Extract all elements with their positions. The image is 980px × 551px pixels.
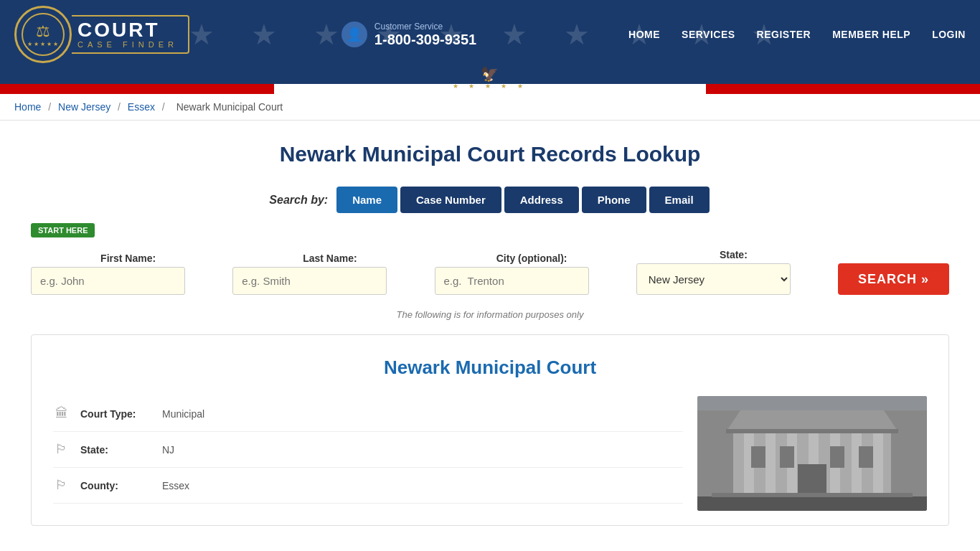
eagle-center: 🦅 ★ ★ ★ ★ ★ xyxy=(453,65,527,90)
first-name-group: First Name: xyxy=(31,253,225,295)
logo-scale-icon: ⚖ xyxy=(36,22,50,41)
search-by-row: Search by: Name Case Number Address Phon… xyxy=(31,187,949,213)
court-type-label: Court Type: xyxy=(80,408,152,420)
eagle-stars: ★ ★ ★ ★ ★ xyxy=(453,83,527,90)
first-name-input[interactable] xyxy=(31,267,185,295)
last-name-label: Last Name: xyxy=(232,253,427,264)
svg-rect-6 xyxy=(765,432,776,493)
court-card: Newark Municipal Court 🏛 Court Type: Mun… xyxy=(31,334,949,526)
breadcrumb-sep-1: / xyxy=(48,101,54,113)
logo-circle-inner: ⚖ ★★★★★ xyxy=(22,13,65,56)
logo-circle: ⚖ ★★★★★ xyxy=(14,6,72,63)
first-name-label: First Name: xyxy=(31,253,225,264)
main-content: Newark Municipal Court Records Lookup Se… xyxy=(17,121,963,540)
tab-name[interactable]: Name xyxy=(336,187,397,213)
logo-finder-text: CASE FINDER xyxy=(77,40,178,49)
court-details: 🏛 Court Type: Municipal 🏳 State: NJ 🏳 Co… xyxy=(53,396,683,511)
cs-info: Customer Service 1-800-309-9351 xyxy=(374,22,476,48)
cs-phone: 1-800-309-9351 xyxy=(374,32,476,48)
breadcrumb-sep-3: / xyxy=(162,101,168,113)
svg-rect-18 xyxy=(859,446,873,468)
breadcrumb-home[interactable]: Home xyxy=(14,101,41,113)
svg-rect-14 xyxy=(798,464,826,493)
nav-login[interactable]: LOGIN xyxy=(932,29,966,40)
svg-rect-1 xyxy=(697,496,927,511)
site-header: ★ ★ ★ ★ ★ ★ ★ ★ ★ ★ ⚖ ★★★★★ COURT CASE F… xyxy=(0,0,980,69)
city-group: City (optional): xyxy=(435,253,629,295)
court-type-icon: 🏛 xyxy=(53,406,70,421)
svg-rect-16 xyxy=(780,446,794,468)
nav-home[interactable]: HOME xyxy=(628,29,660,40)
court-card-body: 🏛 Court Type: Municipal 🏳 State: NJ 🏳 Co… xyxy=(53,396,927,511)
tab-email[interactable]: Email xyxy=(649,187,710,213)
court-detail-state: 🏳 State: NJ xyxy=(53,432,683,468)
state-flag-icon: 🏳 xyxy=(53,442,70,457)
start-here-badge: START HERE xyxy=(31,223,95,237)
breadcrumb-current: Newark Municipal Court xyxy=(176,101,283,113)
court-detail-county: 🏳 County: Essex xyxy=(53,468,683,504)
svg-rect-11 xyxy=(873,432,883,493)
court-detail-type: 🏛 Court Type: Municipal xyxy=(53,396,683,432)
phone-icon: 👤 xyxy=(341,22,367,47)
court-image xyxy=(697,396,927,511)
last-name-group: Last Name: xyxy=(232,253,427,295)
court-building-svg xyxy=(697,396,927,511)
court-state-label: State: xyxy=(80,444,152,456)
tab-phone[interactable]: Phone xyxy=(582,187,646,213)
court-card-title: Newark Municipal Court xyxy=(53,357,927,379)
svg-marker-12 xyxy=(726,410,898,432)
court-county-value: Essex xyxy=(162,480,189,491)
last-name-input[interactable] xyxy=(232,267,387,295)
court-county-label: County: xyxy=(80,480,152,491)
breadcrumb-county[interactable]: Essex xyxy=(128,101,155,113)
court-state-value: NJ xyxy=(162,444,174,456)
breadcrumb: Home / New Jersey / Essex / Newark Munic… xyxy=(0,94,980,121)
state-group: State: New Jersey New York Pennsylvania … xyxy=(636,249,831,295)
county-flag-icon: 🏳 xyxy=(53,478,70,493)
nav-services[interactable]: SERVICES xyxy=(682,29,735,40)
city-input[interactable] xyxy=(435,267,589,295)
svg-rect-2 xyxy=(712,493,913,497)
logo-text-area: COURT CASE FINDER xyxy=(72,15,189,54)
page-title: Newark Municipal Court Records Lookup xyxy=(31,142,949,166)
search-by-label: Search by: xyxy=(269,194,328,207)
svg-rect-13 xyxy=(726,429,898,433)
info-note: The following is for information purpose… xyxy=(31,309,949,320)
city-label: City (optional): xyxy=(435,253,629,264)
eagle-banner: 🦅 ★ ★ ★ ★ ★ xyxy=(0,69,980,94)
court-type-value: Municipal xyxy=(162,408,204,420)
search-section: Search by: Name Case Number Address Phon… xyxy=(31,187,949,295)
logo-court-text: COURT xyxy=(77,20,178,40)
svg-rect-19 xyxy=(697,396,927,410)
breadcrumb-state[interactable]: New Jersey xyxy=(58,101,110,113)
main-nav: HOME SERVICES REGISTER MEMBER HELP LOGIN xyxy=(628,29,966,40)
nav-member-help[interactable]: MEMBER HELP xyxy=(832,29,910,40)
start-here-container: START HERE xyxy=(31,223,949,243)
state-label: State: xyxy=(636,249,831,260)
search-button[interactable]: SEARCH » xyxy=(838,263,949,295)
tab-address[interactable]: Address xyxy=(504,187,579,213)
svg-rect-17 xyxy=(830,446,844,468)
state-select[interactable]: New Jersey New York Pennsylvania Connect… xyxy=(636,263,791,295)
logo-area: ⚖ ★★★★★ COURT CASE FINDER xyxy=(14,6,189,63)
svg-rect-15 xyxy=(751,446,765,468)
breadcrumb-sep-2: / xyxy=(118,101,123,113)
customer-service: 👤 Customer Service 1-800-309-9351 xyxy=(341,22,476,48)
nav-register[interactable]: REGISTER xyxy=(757,29,811,40)
cs-label: Customer Service xyxy=(374,22,476,32)
logo-stars: ★★★★★ xyxy=(27,41,60,47)
search-form: First Name: Last Name: City (optional): … xyxy=(31,249,949,295)
tab-case-number[interactable]: Case Number xyxy=(400,187,501,213)
eagle-icon: 🦅 xyxy=(481,65,499,83)
